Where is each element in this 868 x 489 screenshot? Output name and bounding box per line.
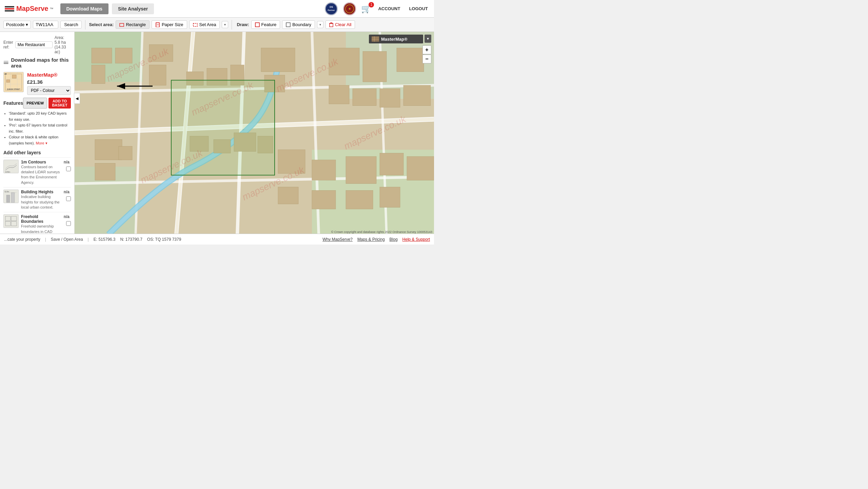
svg-rect-85: [380, 153, 403, 175]
set-area-icon: [193, 22, 198, 27]
preview-btn[interactable]: PREVIEW: [23, 98, 47, 109]
svg-rect-69: [149, 65, 166, 85]
features-section: Features PREVIEW ADD TO BASKET 'Standard…: [3, 98, 71, 146]
basket-icon[interactable]: 🛒 1: [361, 4, 371, 14]
map-svg: mapserve.co.uk mapserve.co.uk mapserve.c…: [75, 32, 434, 234]
layer-price: n/a: [64, 190, 70, 194]
features-title: Features: [3, 100, 23, 106]
svg-rect-71: [95, 163, 115, 180]
layer-desc: Contours based on detailed LiDAR surveys…: [21, 164, 61, 185]
maps-pricing-link[interactable]: Maps & Pricing: [357, 237, 385, 242]
svg-rect-34: [6, 195, 10, 202]
coords-os: OS: TQ 1579 7379: [147, 237, 181, 242]
layer-desc: Freehold ownership boundaries in CAD for…: [21, 224, 61, 234]
search-button[interactable]: Search: [60, 21, 82, 28]
rectangle-icon: [119, 22, 124, 27]
layer-checkbox[interactable]: [66, 221, 71, 226]
product-name: MasterMap®: [27, 72, 71, 78]
svg-rect-14: [255, 23, 259, 27]
set-area-dropdown-btn[interactable]: ▾: [222, 21, 228, 28]
postcode-dropdown[interactable]: Postcode ▾: [3, 21, 31, 28]
logout-link[interactable]: LOGOUT: [407, 5, 430, 13]
zoom-in-btn[interactable]: +: [422, 45, 431, 54]
other-layers-title: Add other layers: [3, 150, 71, 155]
svg-rect-90: [380, 187, 400, 208]
toolbar: Postcode ▾ Search Select area: Rectangle…: [0, 18, 434, 32]
boundary-dropdown-btn[interactable]: ▾: [317, 21, 323, 28]
layer-info: 1m Contours Contours based on detailed L…: [21, 160, 61, 185]
rectangle-tool-btn[interactable]: Rectangle: [116, 20, 150, 29]
zoom-controls: + −: [422, 45, 431, 63]
svg-text:A4: A4: [157, 24, 159, 26]
svg-text:OS: OS: [330, 6, 333, 8]
layer-checkbox[interactable]: [66, 167, 71, 171]
toolbar-divider-2: [232, 20, 232, 30]
seal-badge: ★: [343, 2, 356, 16]
svg-rect-13: [193, 23, 197, 26]
feature-item: 'Pro': upto 67 layers for total control …: [9, 122, 71, 134]
site-analyser-nav-btn[interactable]: Site Analyser: [112, 3, 154, 14]
postcode-input[interactable]: [33, 21, 58, 28]
help-support-link[interactable]: Help & Support: [402, 237, 430, 242]
zoom-out-btn[interactable]: −: [422, 55, 431, 63]
contours-thumbnail: 129m: [3, 160, 19, 173]
svg-rect-66: [115, 48, 132, 63]
features-list: 'Standard': upto 20 key CAD layers for e…: [3, 111, 71, 146]
freehold-boundaries-thumbnail: [3, 214, 19, 228]
feature-tool-btn[interactable]: Feature: [251, 20, 280, 29]
layer-desc: Indicative building heights for studying…: [21, 194, 61, 210]
svg-rect-21: [4, 61, 8, 62]
download-maps-nav-btn[interactable]: Download Maps: [60, 3, 109, 14]
locate-text: ...cate your property: [4, 237, 40, 242]
svg-rect-76: [363, 52, 387, 82]
layer-checkbox[interactable]: [66, 196, 71, 201]
map-area: mapserve.co.uk mapserve.co.uk mapserve.c…: [75, 32, 434, 234]
layer-item: 10.8m Building Heights Indicative buildi…: [3, 187, 71, 212]
svg-rect-28: [6, 80, 10, 82]
boundary-tool-btn[interactable]: Boundary: [282, 20, 315, 29]
panel-collapse-btn[interactable]: ◀: [74, 93, 80, 104]
svg-rect-18: [331, 23, 332, 23]
coords-e: E: 515796.3: [94, 237, 116, 242]
layer-info: Building Heights Indicative building hei…: [21, 190, 61, 210]
left-panel: Enter ref: Area: 5.8 ha (14.33 ac) Downl…: [0, 32, 75, 234]
set-area-tool-btn[interactable]: Set Area: [189, 20, 220, 29]
blog-link[interactable]: Blog: [390, 237, 398, 242]
layer-price: n/a: [64, 160, 70, 164]
product-price: £21.36: [27, 79, 71, 85]
more-link[interactable]: More: [36, 141, 44, 145]
paper-size-tool-btn[interactable]: A4 Paper Size: [152, 20, 187, 29]
svg-point-4: [326, 3, 337, 15]
svg-rect-81: [403, 85, 431, 106]
layer-price: n/a: [64, 214, 70, 219]
svg-rect-67: [92, 65, 105, 84]
svg-rect-70: [95, 140, 122, 160]
ref-input[interactable]: [15, 41, 53, 48]
product-format-select[interactable]: PDF - Colour PDF - Black & White DXF - C…: [27, 86, 71, 95]
layer-name: 1m Contours: [21, 160, 61, 164]
svg-rect-78: [329, 85, 349, 104]
layer-right: n/a: [64, 160, 71, 171]
basket-count: 1: [369, 2, 374, 7]
layer-right: n/a: [64, 214, 71, 226]
feature-icon: [255, 22, 260, 27]
add-to-basket-btn[interactable]: ADD TO BASKET: [48, 98, 71, 109]
svg-rect-15: [286, 23, 290, 27]
svg-rect-72: [119, 146, 132, 160]
mastermap-thumb-icon: [372, 36, 379, 42]
map-overlay-dropdown-btn[interactable]: ▾: [425, 35, 431, 43]
clear-all-btn[interactable]: Clear All: [326, 20, 355, 29]
layer-name: Building Heights: [21, 190, 61, 194]
svg-text:10.8m: 10.8m: [4, 191, 9, 193]
account-link[interactable]: ACCOUNT: [376, 5, 402, 13]
svg-text:129m: 129m: [5, 171, 10, 173]
partner-badge: OS Partner: [324, 2, 338, 16]
save-open-area[interactable]: Save / Open Area: [51, 237, 83, 242]
ref-label: Enter ref:: [3, 40, 13, 50]
draw-label: Draw:: [237, 22, 249, 27]
feature-item: Colour or black & white option (samples …: [9, 134, 71, 146]
why-mapserve-link[interactable]: Why MapServe?: [322, 237, 353, 242]
svg-rect-86: [407, 157, 434, 180]
svg-rect-84: [346, 157, 376, 184]
product-row: QUEEN STREET 20 MasterMap® £21.36 PDF - …: [3, 72, 71, 95]
